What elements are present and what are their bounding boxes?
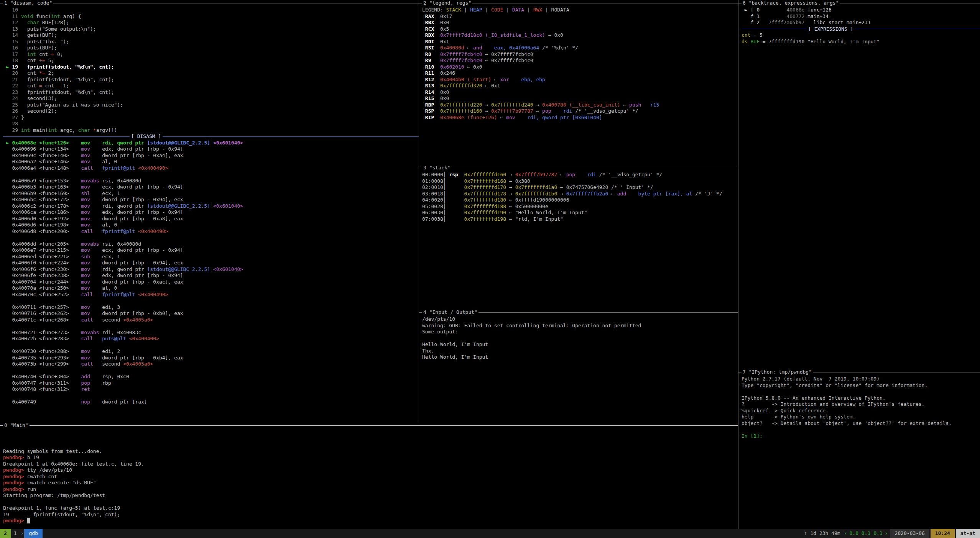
pane-border-line[interactable] [813, 372, 980, 372]
text-segment: 0x400711 <func+257> [3, 304, 81, 310]
divider-line [855, 29, 980, 29]
text-segment: gets(BUF); [27, 32, 57, 38]
watch-expressions: cnt = 5ds BUF = 7fffffffd190 "Hello Worl… [742, 32, 980, 45]
text-segment: func( [33, 13, 51, 19]
text-segment: 26 [3, 108, 27, 114]
text-segment: second [102, 317, 123, 323]
pane-border-line[interactable] [478, 312, 738, 313]
text-segment: mov [81, 310, 102, 316]
text-segment: 0x40069c <func+140> [3, 153, 81, 158]
pane-border-line[interactable] [738, 372, 742, 372]
terminal-line: Reading symbols from test...done. [3, 448, 738, 455]
gdb-console-output[interactable]: Reading symbols from test...done.pwndbg>… [3, 429, 738, 524]
text-segment: RIP [422, 115, 440, 120]
terminal-line: R12 0x4004b0 (_start) ← xor ebp, ebp [422, 77, 738, 83]
text-segment: R14 [422, 89, 440, 95]
text-segment: sub [81, 254, 102, 259]
text-segment: 0x7fffffffd220 [440, 102, 482, 108]
pane-border-line[interactable] [738, 3, 742, 3]
pane-border-vertical-left[interactable] [419, 0, 419, 422]
pane-border-line[interactable] [419, 312, 422, 313]
text-segment: 0x4006f0 <func+224> [3, 260, 81, 266]
text-segment: 0x1 [440, 39, 449, 44]
pane-border-line[interactable] [419, 3, 422, 3]
terminal-line [3, 323, 419, 330]
text-segment: 0x4004b0 (_start) [440, 77, 491, 82]
terminal-line: R15 0x0 [422, 95, 738, 102]
text-segment: 40068e [763, 7, 805, 13]
source-code-listing: 10 11 void func(int arg) { 12 char BUF[1… [3, 7, 419, 133]
pane-border-line[interactable] [0, 3, 3, 3]
pane-title-disasm-code: 1 "disasm, code" [0, 0, 419, 7]
terminal-line: 00:0000│ rsp 0x7fffffffd160 → 0x7ffff7b9… [422, 172, 738, 178]
pane-border-line[interactable] [419, 168, 422, 168]
pane-border-line[interactable] [53, 3, 419, 3]
text-segment: ret [81, 386, 102, 392]
pane-border-line[interactable] [30, 425, 738, 426]
terminal-line [3, 367, 419, 374]
terminal-line [422, 335, 738, 342]
text-segment: = [39, 83, 42, 89]
text-segment: 0x7fffffffd160 [440, 108, 482, 114]
pane-title-main: 0 "Main" [0, 422, 738, 429]
text-segment: edi, 3 [102, 304, 120, 310]
text-segment: = 7fffffffd190 "Hello World, I'm Input" [760, 39, 880, 44]
text-segment: <0x4005a0> [123, 361, 153, 367]
text-segment: run [27, 486, 36, 492]
statusbar-loadmark: ‹ [844, 529, 848, 538]
ipython-banner[interactable]: Python 2.7.17 (default, Nov 7 2019, 10:0… [742, 376, 980, 439]
terminal-line: R14 0x0 [422, 89, 738, 96]
text-segment: R9 [422, 57, 440, 63]
text-segment: edx, dword ptr [rbp - 0x94] [102, 272, 183, 278]
text-segment: → [506, 172, 515, 177]
pane-border-line[interactable] [451, 168, 738, 168]
text-segment: 0x4006a4 <func+148> [3, 165, 81, 171]
terminal-line: 0x40070a <func+250> mov al, 0 [3, 285, 419, 292]
text-segment: 01:0008│ [422, 178, 464, 184]
terminal-line: ► 19 fprintf(stdout, "%d\n", cnt); [3, 64, 419, 71]
text-segment: shl [81, 190, 102, 196]
text-segment: movabs [81, 178, 102, 184]
pane-border-line[interactable] [0, 425, 3, 426]
text-segment: 19 fprintf(stdout, "%d\n", cnt); [12, 64, 114, 70]
terminal-line: Breakpoint 1 at 0x40068e: file test.c, l… [3, 461, 738, 467]
tmux-gdb-pwndbg-screen: 1 "disasm, code" 10 11 void func(int arg… [0, 0, 980, 538]
statusbar-win[interactable]: 1 [11, 529, 20, 538]
terminal-line: cnt = 5 [742, 32, 980, 39]
text-segment: 0x7ffff7fcb4c0 [440, 57, 482, 63]
text-segment: ► [3, 140, 12, 146]
text-segment: Breakpoint 1, func (arg=5) at test.c:19 [3, 505, 120, 511]
text-segment: 0x7fffffffd178 [464, 191, 506, 197]
text-segment: 10 [3, 7, 18, 13]
disassembly-listing: ► 0x40068e <func+126> mov rdi, qword ptr… [3, 140, 419, 405]
statusbar-plain: ↑ 1d 23h 49m [801, 529, 844, 538]
text-segment: rbp [102, 380, 111, 386]
text-segment: byte ptr [rax], al [626, 191, 692, 197]
text-segment: ebp, ebp [509, 77, 545, 82]
text-segment: Hello World, I'm Input [422, 341, 488, 347]
text-segment: Reading symbols from test...done. [3, 448, 102, 454]
terminal-line: RDI 0x1 [422, 39, 738, 45]
terminal-line: 05:0028│ 0x7fffffffd188 ← 0x50000000e [422, 203, 738, 210]
text-segment: ← 0x7ffff7fcb4c0 [482, 57, 533, 63]
terminal-line: RBX 0x0 [422, 20, 738, 26]
text-segment: fprintf@plt [102, 165, 138, 171]
pane-border-line[interactable] [840, 3, 980, 3]
text-segment: 0x4006f6 <func+230> [3, 266, 81, 272]
statusbar-session[interactable]: 2 [0, 529, 11, 538]
terminal-line [3, 499, 738, 505]
pane-border-vertical-right[interactable] [738, 0, 738, 529]
terminal-line: 24 second(3); [3, 95, 419, 102]
text-segment: ← 0xffffd19000000006 [506, 197, 569, 203]
text-segment: Breakpoint 1 at 0x40068e: file test.c, l… [3, 461, 144, 467]
terminal-cursor [27, 518, 30, 523]
text-segment: al, 0 [102, 285, 117, 291]
statusbar-active[interactable]: gdb [24, 529, 42, 538]
text-segment: mov [81, 272, 102, 278]
text-segment: rdi [551, 108, 572, 114]
text-segment: mov [81, 203, 102, 209]
divider-line [3, 136, 130, 137]
text-segment: 0x40080d [440, 45, 464, 51]
pane-border-line[interactable] [472, 3, 738, 3]
text-segment: mov [81, 266, 102, 272]
